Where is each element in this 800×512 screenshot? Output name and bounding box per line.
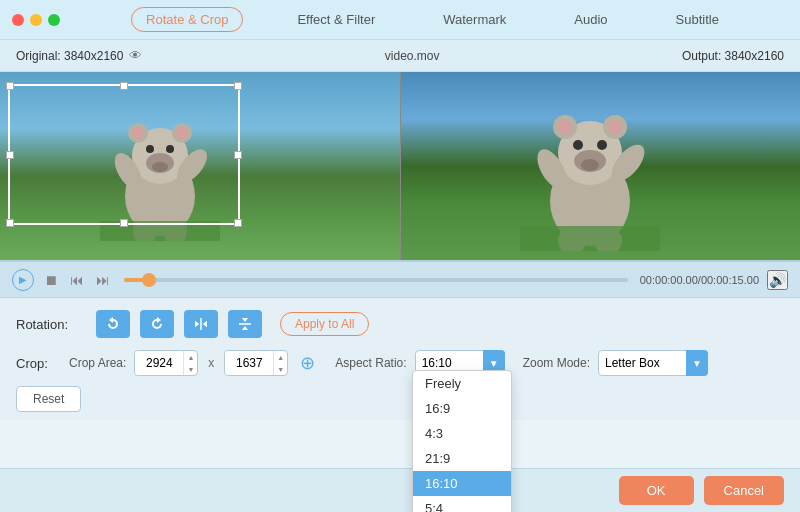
zoom-mode-label: Zoom Mode: [523,356,590,370]
tab-navigation: Rotate & Crop Effect & Filter Watermark … [76,7,788,32]
traffic-lights [12,14,60,26]
play-button[interactable]: ▶ [12,269,34,291]
svg-point-24 [581,159,599,171]
crop-label: Crop: [16,356,61,371]
controls-area: Rotation: Apply to [0,298,800,420]
zoom-mode-select[interactable]: Letter Box Pan & Scan Full [598,350,708,376]
rotate-left-button[interactable] [96,310,130,338]
rotate-right-button[interactable] [140,310,174,338]
svg-marker-34 [242,318,248,322]
dropdown-item-16-9[interactable]: 16:9 [413,396,511,421]
crop-handle-top-middle[interactable] [120,82,128,90]
svg-marker-32 [203,321,207,327]
next-frame-button[interactable]: ⏭ [94,272,112,288]
video-frame-right [401,72,801,260]
crop-row: Crop: Crop Area: ▲ ▼ x ▲ ▼ ⊕ Aspect Rati… [16,350,784,376]
progress-track[interactable] [124,278,628,282]
stop-button[interactable]: ⏹ [42,272,60,288]
dropdown-item-freely[interactable]: Freely [413,371,511,396]
svg-point-22 [573,140,583,150]
aspect-ratio-dropdown: Freely 16:9 4:3 21:9 16:10 5:4 1:1 9:16 [412,370,512,512]
maximize-button[interactable] [48,14,60,26]
aspect-ratio-label: Aspect Ratio: [335,356,406,370]
rotate-left-icon [105,316,121,332]
cancel-button[interactable]: Cancel [704,476,784,505]
rotation-label: Rotation: [16,317,86,332]
crop-handle-bottom-right[interactable] [234,219,242,227]
preview-right [401,72,801,260]
svg-marker-31 [195,321,199,327]
rotate-right-icon [149,316,165,332]
crop-width-input-group: ▲ ▼ [134,350,198,376]
crop-width-down[interactable]: ▼ [184,363,197,375]
svg-point-20 [608,120,622,134]
tab-audio[interactable]: Audio [560,8,621,31]
bottom-bar: OK Cancel [0,468,800,512]
tab-effect-filter[interactable]: Effect & Filter [283,8,389,31]
title-bar: Rotate & Crop Effect & Filter Watermark … [0,0,800,40]
svg-point-19 [558,120,572,134]
tab-watermark[interactable]: Watermark [429,8,520,31]
crop-selection-box[interactable] [8,84,240,225]
crop-handle-top-left[interactable] [6,82,14,90]
ok-button[interactable]: OK [619,476,694,505]
crop-width-up[interactable]: ▲ [184,351,197,363]
rotation-row: Rotation: Apply to [16,310,784,338]
volume-button[interactable]: 🔊 [767,270,788,290]
crop-width-input[interactable] [135,351,183,375]
dropdown-item-21-9[interactable]: 21:9 [413,446,511,471]
original-resolution: Original: 3840x2160 [16,49,123,63]
info-bar: Original: 3840x2160 👁 video.mov Output: … [0,40,800,72]
time-display: 00:00:00.00/00:00:15.00 [640,274,759,286]
eye-icon[interactable]: 👁 [129,48,142,63]
crop-height-down[interactable]: ▼ [274,363,287,375]
flip-horizontal-button[interactable] [184,310,218,338]
apply-to-all-button[interactable]: Apply to All [280,312,369,336]
crop-handle-middle-right[interactable] [234,151,242,159]
svg-rect-29 [520,226,660,251]
x-separator: x [208,356,214,370]
progress-thumb[interactable] [142,273,156,287]
output-resolution: Output: 3840x2160 [682,49,784,63]
svg-point-23 [597,140,607,150]
tab-rotate-crop[interactable]: Rotate & Crop [131,7,243,32]
reset-button[interactable]: Reset [16,386,81,412]
dropdown-item-5-4[interactable]: 5:4 [413,496,511,512]
crop-height-up[interactable]: ▲ [274,351,287,363]
crop-handle-middle-left[interactable] [6,151,14,159]
preview-area [0,72,800,262]
crop-height-input-group: ▲ ▼ [224,350,288,376]
dropdown-item-4-3[interactable]: 4:3 [413,421,511,446]
crop-handle-bottom-middle[interactable] [120,219,128,227]
filename: video.mov [142,49,681,63]
center-crop-icon[interactable]: ⊕ [300,352,315,374]
minimize-button[interactable] [30,14,42,26]
preview-left [0,72,401,260]
tab-subtitle[interactable]: Subtitle [662,8,733,31]
crop-handle-bottom-left[interactable] [6,219,14,227]
flip-vertical-icon [237,316,253,332]
crop-area-label: Crop Area: [69,356,126,370]
crop-height-input[interactable] [225,351,273,375]
flip-vertical-button[interactable] [228,310,262,338]
dropdown-item-16-10[interactable]: 16:10 [413,471,511,496]
close-button[interactable] [12,14,24,26]
playback-bar: ▶ ⏹ ⏮ ⏭ 00:00:00.00/00:00:15.00 🔊 [0,262,800,298]
flip-horizontal-icon [193,316,209,332]
bear-character-right [520,91,660,251]
svg-marker-35 [242,326,248,330]
zoom-mode-container: Letter Box Pan & Scan Full ▼ [598,350,708,376]
prev-frame-button[interactable]: ⏮ [68,272,86,288]
crop-handle-top-right[interactable] [234,82,242,90]
